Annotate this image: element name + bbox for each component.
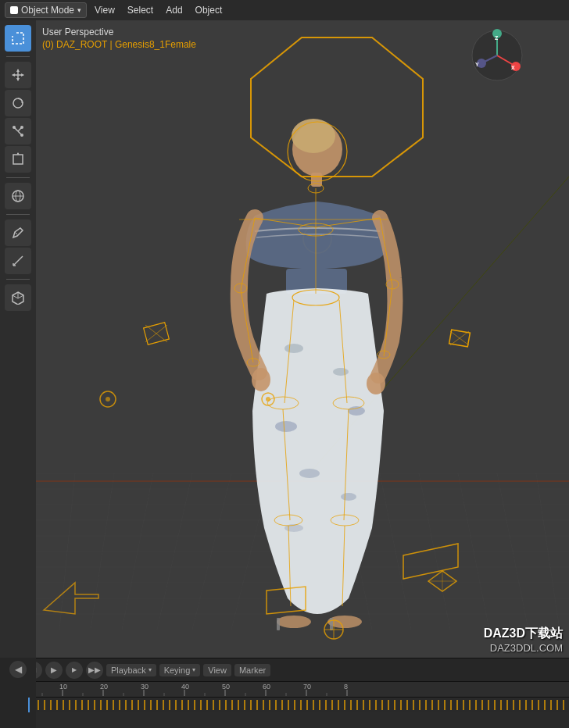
- svg-text:Z: Z: [495, 35, 499, 41]
- mode-icon: [10, 6, 18, 14]
- view-menu[interactable]: View: [203, 664, 231, 676]
- menu-view[interactable]: View: [90, 3, 120, 17]
- menu-select[interactable]: Select: [123, 3, 158, 17]
- svg-marker-18: [17, 152, 20, 155]
- svg-text:X: X: [511, 65, 515, 70]
- keyframe-strip: [0, 700, 569, 710]
- svg-point-63: [275, 421, 297, 432]
- svg-line-23: [13, 256, 23, 266]
- marker-label: Marker: [239, 666, 266, 675]
- viewport-info: User Perspective (0) DAZ_ROOT | Genesis8…: [42, 27, 196, 50]
- svg-marker-6: [12, 73, 15, 77]
- mode-label: Object Mode: [21, 5, 74, 16]
- playhead[interactable]: [28, 698, 30, 712]
- top-menu-bar: Object Mode ▾ View Select Add Object: [0, 0, 569, 20]
- toolbar-divider-4: [6, 279, 30, 280]
- svg-point-61: [284, 344, 303, 353]
- annotate-tool[interactable]: [5, 219, 31, 246]
- svg-line-28: [13, 295, 18, 298]
- measure-tool[interactable]: [5, 248, 31, 274]
- menu-add[interactable]: Add: [161, 3, 187, 17]
- timeline-controls: ◀◀ ◀ ▶ ▶ ▶▶ Playback ▾ Keying ▾ View Mar…: [0, 658, 569, 681]
- svg-point-62: [333, 368, 349, 376]
- next-frame-button[interactable]: ▶▶: [86, 662, 103, 679]
- svg-text:40: 40: [181, 683, 189, 691]
- svg-point-104: [106, 397, 110, 401]
- svg-rect-72: [277, 618, 280, 630]
- toolbar-divider-3: [6, 214, 30, 215]
- svg-point-68: [252, 368, 270, 391]
- left-toolbar: [0, 20, 36, 658]
- playback-chevron: ▾: [149, 666, 152, 673]
- chevron-down-icon: ▾: [77, 6, 81, 14]
- object-label: (0) DAZ_ROOT | Genesis8_1Female: [42, 39, 196, 50]
- toolbar-divider-1: [6, 56, 30, 57]
- move-tool[interactable]: [5, 62, 31, 88]
- svg-rect-16: [13, 155, 23, 164]
- timeline-ruler[interactable]: 0 10 20 30 40 50 60 70 8: [0, 681, 569, 697]
- svg-text:70: 70: [303, 683, 311, 691]
- scale-tool[interactable]: [5, 118, 31, 145]
- svg-point-69: [367, 373, 385, 394]
- svg-point-66: [341, 493, 356, 501]
- playback-menu[interactable]: Playback ▾: [106, 664, 156, 676]
- view-label: View: [208, 666, 227, 675]
- svg-text:60: 60: [263, 683, 270, 691]
- svg-rect-1: [12, 32, 16, 36]
- object-mode-selector[interactable]: Object Mode ▾: [5, 2, 87, 18]
- bottom-bar: ◀◀ ◀ ▶ ▶ ▶▶ Playback ▾ Keying ▾ View Mar…: [0, 658, 569, 728]
- svg-point-70: [277, 616, 311, 628]
- menu-object[interactable]: Object: [191, 3, 227, 17]
- svg-marker-7: [21, 73, 24, 77]
- playback-label: Playback: [111, 666, 146, 675]
- timeline-nav-button[interactable]: ◀: [9, 661, 27, 678]
- step-forward-button[interactable]: ▶: [66, 662, 83, 679]
- orientation-tool[interactable]: [5, 183, 31, 209]
- svg-marker-4: [16, 69, 20, 72]
- play-button[interactable]: ▶: [45, 662, 63, 679]
- svg-text:8: 8: [344, 683, 348, 691]
- viewport-area[interactable]: User Perspective (0) DAZ_ROOT | Genesis8…: [36, 20, 569, 658]
- rotate-tool[interactable]: [5, 90, 31, 116]
- keying-chevron: ▾: [192, 666, 195, 673]
- keying-label: Keying: [164, 666, 191, 675]
- select-box-tool[interactable]: [5, 25, 31, 52]
- svg-text:50: 50: [222, 683, 230, 691]
- svg-point-14: [20, 134, 23, 137]
- svg-point-15: [20, 126, 23, 129]
- svg-line-22: [15, 232, 17, 234]
- perspective-label: User Perspective: [42, 27, 196, 37]
- svg-point-13: [13, 126, 16, 129]
- svg-text:20: 20: [100, 683, 108, 691]
- timeline-keyframes[interactable]: [0, 697, 569, 712]
- svg-point-65: [299, 469, 320, 478]
- viewport-svg: Z X Y: [36, 20, 569, 658]
- svg-point-109: [266, 397, 270, 401]
- marker-menu[interactable]: Marker: [234, 664, 270, 676]
- keying-menu[interactable]: Keying ▾: [159, 664, 201, 676]
- toolbar-divider-2: [6, 177, 30, 178]
- svg-line-29: [18, 295, 23, 298]
- add-cube-tool[interactable]: [5, 284, 31, 311]
- timeline-left-panel: ◀: [0, 658, 36, 728]
- svg-text:30: 30: [141, 683, 149, 691]
- svg-marker-5: [16, 78, 20, 81]
- svg-point-64: [348, 406, 365, 416]
- transform-tool[interactable]: [5, 146, 31, 173]
- svg-text:10: 10: [59, 683, 67, 691]
- svg-text:Y: Y: [475, 62, 479, 67]
